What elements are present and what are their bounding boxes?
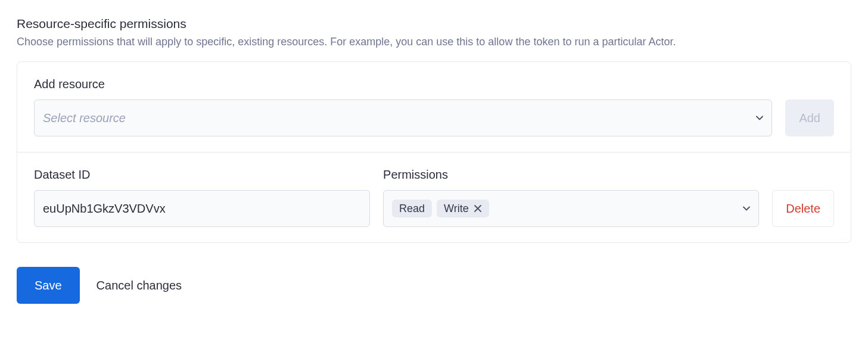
chevron-down-icon [743,205,750,212]
dataset-id-value: euUpNb1GkzV3VDVvx [43,202,166,216]
add-resource-label: Add resource [34,77,834,91]
permission-chip-label: Write [444,203,469,214]
section-title: Resource-specific permissions [17,17,851,31]
permission-chip-write[interactable]: Write [437,200,489,217]
section-description: Choose permissions that will apply to sp… [17,35,851,49]
add-button[interactable]: Add [785,99,834,136]
permission-chip-label: Read [399,203,425,214]
permissions-select[interactable]: Read Write [383,190,759,227]
dataset-id-label: Dataset ID [34,168,370,182]
resource-select-placeholder: Select resource [43,111,126,125]
resource-row: Dataset ID euUpNb1GkzV3VDVvx Permissions… [17,152,851,242]
add-resource-section: Add resource Select resource Add [17,62,851,152]
permissions-label: Permissions [383,168,759,182]
permission-chip-read[interactable]: Read [392,200,432,217]
permission-chips: Read Write [392,200,738,217]
permissions-panel: Add resource Select resource Add Dataset… [17,61,851,243]
delete-button[interactable]: Delete [772,190,834,227]
chevron-down-icon [756,114,763,122]
dataset-id-input[interactable]: euUpNb1GkzV3VDVvx [34,190,370,227]
save-button[interactable]: Save [17,267,80,304]
footer-actions: Save Cancel changes [17,267,851,304]
resource-select[interactable]: Select resource [34,99,772,136]
close-icon[interactable] [474,204,482,213]
cancel-button[interactable]: Cancel changes [97,279,182,292]
